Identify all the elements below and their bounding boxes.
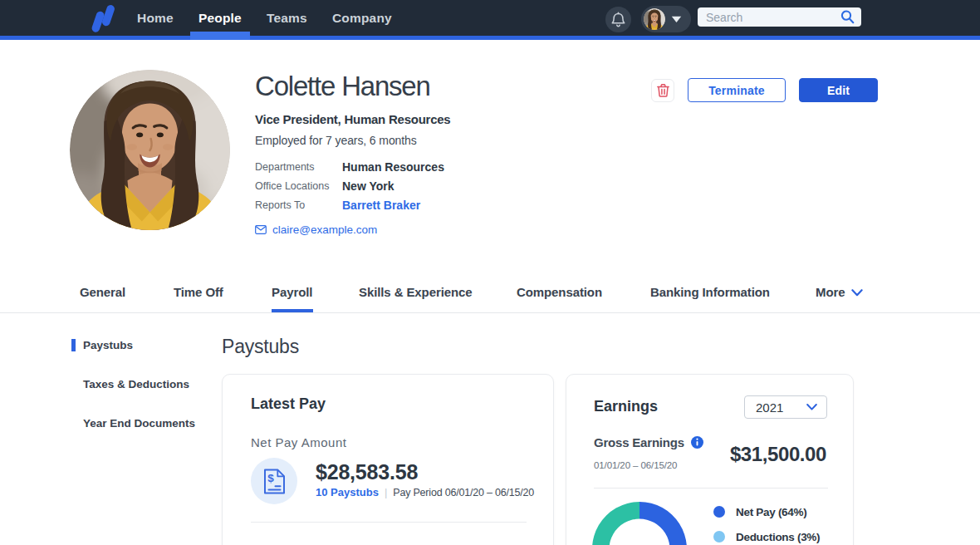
chevron-down-icon xyxy=(851,289,863,297)
sidebar-item-paystubs[interactable]: Paystubs xyxy=(83,339,195,351)
card-divider xyxy=(251,522,527,523)
trash-icon xyxy=(657,84,669,97)
employee-name: Colette Hansen xyxy=(255,71,450,102)
top-navbar: Home People Teams Company xyxy=(0,0,980,40)
user-menu[interactable] xyxy=(641,6,691,32)
earnings-card: Earnings 2021 Gross Earnings 01/01/20 – … xyxy=(566,374,854,545)
gross-earnings-row: Gross Earnings xyxy=(594,435,703,449)
field-departments: Departments Human Resources xyxy=(255,157,450,176)
tab-label: Banking Information xyxy=(650,281,770,304)
chart-legend: Net Pay (64%) Deductions (3%) xyxy=(713,506,820,545)
bell-icon xyxy=(610,12,626,28)
email-link[interactable]: claire@example.com xyxy=(272,223,377,236)
profile-photo xyxy=(70,70,230,230)
profile-info: Colette Hansen Vice President, Human Res… xyxy=(255,71,450,236)
payroll-sidebar: Paystubs Taxes & Deductions Year End Doc… xyxy=(83,339,195,456)
legend-deductions: Deductions (3%) xyxy=(713,531,820,543)
tab-label: Payroll xyxy=(272,281,312,304)
paystub-meta-row: 10 Paystubs | Pay Period 06/01/20 – 06/1… xyxy=(316,486,534,498)
tab-time-off[interactable]: Time Off xyxy=(174,281,223,304)
latest-pay-card: Latest Pay Net Pay Amount $ $28,583.58 1… xyxy=(222,374,554,545)
sidebar-item-year-end-documents[interactable]: Year End Documents xyxy=(83,417,195,430)
envelope-icon xyxy=(255,225,267,234)
nav-item-home[interactable]: Home xyxy=(125,0,186,36)
notifications-button[interactable] xyxy=(605,7,631,32)
profile-tabs: General Time Off Payroll Skills & Experi… xyxy=(0,281,980,304)
terminate-button[interactable]: Terminate xyxy=(688,78,786,102)
field-value: Human Resources xyxy=(342,160,444,174)
search-icon[interactable] xyxy=(840,9,855,25)
tab-label: Time Off xyxy=(174,281,223,304)
paystubs-count-link[interactable]: 10 Paystubs xyxy=(316,486,379,498)
reports-to-link[interactable]: Barrett Braker xyxy=(342,199,420,212)
year-select[interactable]: 2021 xyxy=(744,395,827,419)
gross-earnings-dates: 01/01/20 – 06/15/20 xyxy=(594,460,677,470)
nav-item-people[interactable]: People xyxy=(186,0,254,36)
tab-payroll[interactable]: Payroll xyxy=(272,281,312,304)
field-reports-to: Reports To Barrett Braker xyxy=(255,195,450,214)
edit-button[interactable]: Edit xyxy=(799,78,878,102)
global-search xyxy=(698,7,861,27)
gross-earnings-label: Gross Earnings xyxy=(594,435,684,449)
legend-label: Deductions (3%) xyxy=(736,531,820,543)
earnings-donut-chart xyxy=(592,502,687,545)
tab-skills-experience[interactable]: Skills & Experience xyxy=(359,281,473,304)
paystub-document-icon: $ xyxy=(263,469,286,494)
legend-dot-deductions xyxy=(713,531,725,543)
primary-nav: Home People Teams Company xyxy=(125,0,404,36)
tab-compensation[interactable]: Compensation xyxy=(517,281,602,304)
svg-text:$: $ xyxy=(267,472,274,484)
email-row: claire@example.com xyxy=(255,223,450,236)
field-office-locations: Office Locations New York xyxy=(255,176,450,195)
legend-label: Net Pay (64%) xyxy=(736,506,806,518)
employee-job-title: Vice President, Human Resources xyxy=(255,112,450,127)
tab-label: Compensation xyxy=(517,281,602,304)
tab-label: More xyxy=(816,281,845,304)
card-divider xyxy=(594,488,828,489)
pay-period: Pay Period 06/01/20 – 06/15/20 xyxy=(393,487,534,498)
field-label: Departments xyxy=(255,161,342,173)
nav-item-teams[interactable]: Teams xyxy=(254,0,320,36)
tab-general[interactable]: General xyxy=(80,281,125,304)
profile-actions: Terminate Edit xyxy=(651,78,878,102)
navbar-accent-strip xyxy=(0,36,980,40)
field-label: Reports To xyxy=(255,199,342,211)
paystub-icon-circle: $ xyxy=(251,458,297,504)
search-input[interactable] xyxy=(706,11,840,24)
field-label: Office Locations xyxy=(255,180,342,192)
gross-earnings-amount: $31,500.00 xyxy=(730,443,826,466)
field-value: New York xyxy=(342,179,394,193)
separator: | xyxy=(385,486,387,498)
legend-dot-net-pay xyxy=(713,506,725,518)
tab-more[interactable]: More xyxy=(816,281,863,304)
tab-label: Skills & Experience xyxy=(359,281,473,304)
tabs-divider xyxy=(0,312,980,313)
delete-button[interactable] xyxy=(651,79,674,102)
net-pay-amount: $28,583.58 xyxy=(316,460,418,484)
year-select-value: 2021 xyxy=(756,400,806,415)
info-icon[interactable] xyxy=(691,436,703,449)
chevron-down-icon xyxy=(806,404,817,410)
sidebar-item-taxes-deductions[interactable]: Taxes & Deductions xyxy=(83,378,195,390)
legend-net-pay: Net Pay (64%) xyxy=(713,506,820,518)
employee-tenure: Employed for 7 years, 6 months xyxy=(255,134,450,148)
tab-banking-information[interactable]: Banking Information xyxy=(650,281,770,304)
nav-item-company[interactable]: Company xyxy=(320,0,404,36)
chevron-down-icon xyxy=(671,16,682,23)
page-title: Paystubs xyxy=(222,336,299,358)
profile-fields: Departments Human Resources Office Locat… xyxy=(255,157,450,214)
tab-label: General xyxy=(80,281,125,304)
latest-pay-title: Latest Pay xyxy=(251,395,326,413)
namely-logo-icon[interactable] xyxy=(89,5,117,34)
net-pay-label: Net Pay Amount xyxy=(251,435,346,449)
earnings-title: Earnings xyxy=(594,398,658,415)
user-avatar xyxy=(644,8,665,30)
